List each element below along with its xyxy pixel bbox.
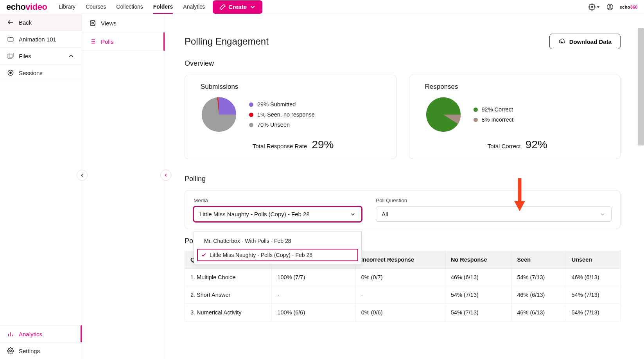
th-seen: Seen <box>511 251 566 269</box>
profile-icon[interactable] <box>606 4 614 11</box>
dot-icon <box>474 108 478 112</box>
check-icon <box>201 252 206 258</box>
svg-rect-5 <box>8 54 12 59</box>
nav-library[interactable]: Library <box>59 0 75 14</box>
sidebar2-views[interactable]: Views <box>82 14 165 32</box>
arrow-left-icon <box>7 19 14 26</box>
svg-point-14 <box>92 22 94 24</box>
top-nav: Library Courses Collections Folders Anal… <box>59 0 205 14</box>
svg-point-3 <box>609 5 611 7</box>
th-incorrect: Incorrect Response <box>355 251 445 269</box>
chevron-down-icon <box>599 211 606 217</box>
sidebar-sessions-label: Sessions <box>19 70 43 76</box>
th-unseen: Unseen <box>566 251 620 269</box>
poll-question-value: All <box>382 211 388 217</box>
sidebar2-views-label: Views <box>101 20 117 27</box>
table-row: 2. Short Answer - - 54% (7/13) 46% (6/13… <box>185 286 621 304</box>
submissions-pie <box>201 96 237 133</box>
nav-folders[interactable]: Folders <box>153 0 173 14</box>
table-row: 3. Numerical Activity 100% (6/6) 0% (0/6… <box>185 304 621 321</box>
sidebar-settings[interactable]: Settings <box>0 342 82 359</box>
legend-incorrect: 8% Incorrect <box>474 117 513 123</box>
nav-courses[interactable]: Courses <box>86 0 106 14</box>
filter-box: Media Little Miss Naughty - Polls (Copy)… <box>185 190 621 229</box>
sidebar-analytics[interactable]: Analytics <box>0 325 82 342</box>
sidebar-secondary: Views Polls <box>82 14 165 359</box>
media-select[interactable]: Little Miss Naughty - Polls (Copy) - Feb… <box>194 206 362 222</box>
overview-heading: Overview <box>185 59 621 68</box>
sidebar2-polls[interactable]: Polls <box>82 32 165 51</box>
svg-point-12 <box>10 350 12 352</box>
responses-footer-label: Total Correct <box>488 143 521 149</box>
analytics-icon <box>7 330 14 337</box>
sidebar-back-label: Back <box>19 19 32 26</box>
magic-wand-icon <box>219 4 226 11</box>
files-icon <box>7 52 14 59</box>
views-icon <box>89 20 96 27</box>
cloud-download-icon <box>558 38 565 45</box>
media-option-1[interactable]: Little Miss Naughty - Polls (Copy) - Feb… <box>196 248 359 262</box>
download-data-button[interactable]: Download Data <box>549 34 621 49</box>
legend-unseen: 70% Unseen <box>249 122 315 128</box>
dot-icon <box>474 118 478 122</box>
page-title: Polling Engagement <box>185 36 269 47</box>
table-row: 1. Multiple Choice 100% (7/7) 0% (0/7) 4… <box>185 269 621 286</box>
svg-rect-6 <box>9 53 13 57</box>
chevron-up-icon <box>68 52 75 59</box>
sidebar-files-label: Files <box>19 53 31 59</box>
svg-marker-24 <box>514 201 525 211</box>
create-button[interactable]: Create <box>213 0 262 14</box>
media-option-0[interactable]: Mr. Chatterbox - With Polls - Feb 28 <box>194 234 361 248</box>
dot-icon <box>249 113 253 117</box>
settings-gear-icon[interactable] <box>588 4 600 11</box>
legend-seen-noresp: 1% Seen, no response <box>249 111 315 118</box>
logo[interactable]: echovideo <box>6 2 47 12</box>
poll-question-select[interactable]: All <box>376 206 612 222</box>
svg-point-0 <box>591 6 593 8</box>
sessions-icon <box>7 69 14 76</box>
folder-icon <box>7 36 14 43</box>
create-label: Create <box>228 4 247 10</box>
download-label: Download Data <box>569 38 612 45</box>
svg-marker-1 <box>597 6 600 8</box>
dot-icon <box>249 102 253 107</box>
chevron-left-icon <box>79 172 85 178</box>
collapse-sidebar2[interactable] <box>160 170 171 181</box>
dot-icon <box>249 123 253 127</box>
media-value: Little Miss Naughty - Polls (Copy) - Feb… <box>199 211 310 217</box>
polling-heading: Polling <box>185 175 621 183</box>
logo-part1: echo <box>6 2 25 12</box>
media-label: Media <box>194 197 362 203</box>
sidebar-primary: Back Animation 101 Files Sessions Analyt… <box>0 14 82 359</box>
responses-card: Responses 92% Correct <box>409 75 621 159</box>
sidebar2-polls-label: Polls <box>101 38 114 45</box>
responses-footer-value: 92% <box>526 138 547 151</box>
scrollbar[interactable] <box>638 28 644 145</box>
sidebar-analytics-label: Analytics <box>19 331 42 337</box>
chevron-down-icon <box>249 4 256 11</box>
submissions-title: Submissions <box>201 83 386 91</box>
legend-correct: 92% Correct <box>474 106 513 113</box>
responses-pie <box>425 96 462 133</box>
submissions-card: Submissions 29% Subm <box>185 75 396 159</box>
sidebar-back[interactable]: Back <box>0 14 82 31</box>
submissions-footer-value: 29% <box>312 138 334 151</box>
polls-icon <box>89 38 96 45</box>
legend-submitted: 29% Submitted <box>249 101 315 108</box>
th-noresponse: No Response <box>445 251 511 269</box>
collapse-sidebar1[interactable] <box>77 170 88 181</box>
sidebar-animation[interactable]: Animation 101 <box>0 31 82 48</box>
media-dropdown: Mr. Chatterbox - With Polls - Feb 28 Lit… <box>194 231 362 265</box>
nav-analytics[interactable]: Analytics <box>183 0 205 14</box>
chevron-down-icon <box>350 211 356 217</box>
brand-small: echo360 <box>620 5 638 9</box>
chevron-left-icon <box>163 172 169 178</box>
nav-collections[interactable]: Collections <box>116 0 143 14</box>
logo-part2: video <box>25 2 47 12</box>
sidebar-files[interactable]: Files <box>0 48 82 65</box>
sidebar-sessions[interactable]: Sessions <box>0 65 82 81</box>
poll-question-label: Poll Question <box>376 197 612 203</box>
gear-icon <box>7 347 14 354</box>
svg-point-8 <box>10 72 12 74</box>
responses-title: Responses <box>425 83 610 91</box>
